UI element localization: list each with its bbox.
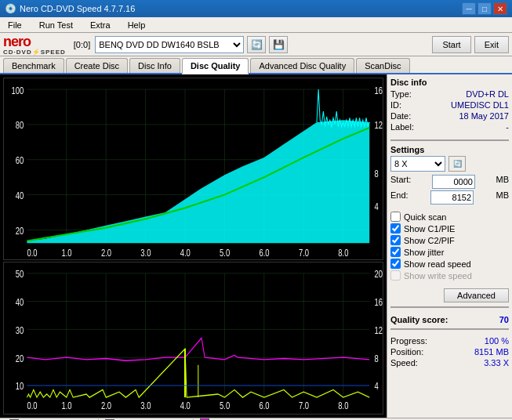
tab-advanced-disc-quality[interactable]: Advanced Disc Quality [250,58,354,73]
top-chart-svg: 100 80 60 40 20 16 12 8 4 [4,78,383,259]
svg-text:2.0: 2.0 [101,400,111,411]
toolbar: nero CD·DVD⚡SPEED [0:0] BENQ DVD DD DW16… [0,33,512,56]
show-c1-pie-checkbox[interactable] [390,223,401,234]
menu-help[interactable]: Help [123,19,151,31]
disc-label-value: - [506,122,509,132]
progress-label: Progress: [390,336,427,346]
show-jitter-label: Show jitter [404,248,444,257]
main-content: 100 80 60 40 20 16 12 8 4 [0,74,512,418]
nero-logo-text: nero [3,34,66,50]
svg-text:12: 12 [374,120,382,131]
bottom-chart-svg: 50 40 30 20 10 20 16 12 8 4 [4,262,383,414]
start-input[interactable] [432,175,475,189]
svg-text:0.0: 0.0 [27,400,37,411]
quick-scan-row: Quick scan [390,211,509,223]
svg-text:4.0: 4.0 [180,400,191,411]
show-read-speed-checkbox[interactable] [390,259,401,269]
svg-text:40: 40 [16,190,24,201]
show-c1-pie-row: Show C1/PIE [390,223,509,234]
minimize-button[interactable]: ─ [462,2,476,15]
nero-logo: nero CD·DVD⚡SPEED [3,34,66,56]
svg-text:3.0: 3.0 [140,248,151,259]
maximize-button[interactable]: □ [478,2,492,15]
disc-date-row: Date: 18 May 2017 [390,110,509,121]
app-title: Nero CD-DVD Speed 4.7.7.16 [20,4,135,13]
start-button[interactable]: Start [432,36,470,53]
svg-text:8.0: 8.0 [338,248,348,259]
end-row: End: MB [390,190,509,205]
svg-text:20: 20 [16,226,24,237]
speed-label: Speed: [390,358,418,368]
tab-disc-info[interactable]: Disc Info [129,58,180,73]
disc-type-value: DVD+R DL [466,89,509,99]
svg-text:8: 8 [374,168,378,179]
menu-extra[interactable]: Extra [85,19,115,31]
close-button[interactable]: ✕ [493,2,507,15]
end-input[interactable] [430,190,474,205]
show-c2-pif-row: Show C2/PIF [390,234,509,246]
svg-text:4: 4 [375,381,379,391]
pi-errors-group: PI Errors Average: 11.40 Maximum: 81 Tot… [3,418,99,421]
advanced-button[interactable]: Advanced [444,288,509,302]
speed-row: 8 X 🔄 [390,156,509,172]
start-row: Start: MB [390,174,509,190]
svg-text:4: 4 [374,201,378,212]
svg-text:80: 80 [16,120,24,131]
disc-date-label: Date: [390,111,411,121]
progress-row: Progress: 100 % [390,335,509,346]
nero-logo-sub: CD·DVD⚡SPEED [3,49,66,56]
tab-create-disc[interactable]: Create Disc [66,58,128,73]
quality-score-value: 70 [499,315,509,324]
svg-text:3.0: 3.0 [140,400,151,411]
position-value: 8151 MB [474,347,509,357]
pi-failures-group: PI Failures Average: 0.20 Maximum: 23 To… [99,418,194,421]
disc-label-label: Label: [390,122,414,132]
refresh-button[interactable]: 🔄 [247,36,266,53]
refresh-speed-button[interactable]: 🔄 [448,156,466,172]
settings-title: Settings [390,145,509,154]
tab-scan-disc[interactable]: ScanDisc [356,58,409,73]
show-write-speed-checkbox [390,270,401,281]
show-read-speed-label: Show read speed [404,259,471,269]
show-write-speed-row: Show write speed [390,270,509,281]
svg-text:8.0: 8.0 [338,400,348,411]
disc-id-label: ID: [390,100,401,110]
progress-value: 100 % [485,336,509,346]
disc-label-row: Label: - [390,121,509,132]
right-panel: Disc info Type: DVD+R DL ID: UMEDISC DL1… [387,74,512,418]
speed-select[interactable]: 8 X [390,156,445,172]
disc-date-value: 18 May 2017 [459,111,509,121]
show-c1-pie-label: Show C1/PIE [404,224,455,234]
disc-info-section: Disc info Type: DVD+R DL ID: UMEDISC DL1… [390,78,509,132]
disc-info-title: Disc info [390,78,509,87]
speed-value: 3.33 X [484,358,509,368]
title-bar-controls[interactable]: ─ □ ✕ [462,2,507,15]
quality-score-label: Quality score: [390,315,448,324]
menu-run-test[interactable]: Run Test [34,19,78,31]
disc-type-row: Type: DVD+R DL [390,89,509,100]
svg-text:8: 8 [375,353,379,364]
svg-text:50: 50 [16,269,24,279]
speed-row: Speed: 3.33 X [390,357,509,368]
save-button[interactable]: 💾 [269,36,288,53]
exit-button[interactable]: Exit [474,36,509,53]
menu-file[interactable]: File [3,19,27,31]
tab-benchmark[interactable]: Benchmark [3,58,64,73]
settings-section: Settings 8 X 🔄 Start: MB End: MB [390,145,509,205]
show-read-speed-row: Show read speed [390,258,509,270]
svg-text:60: 60 [16,155,24,166]
device-select[interactable]: BENQ DVD DD DW1640 BSLB [95,36,244,53]
quality-score-row: Quality score: 70 [390,315,509,324]
quick-scan-label: Quick scan [404,212,446,222]
position-row: Position: 8151 MB [390,346,509,357]
show-jitter-checkbox[interactable] [390,247,401,257]
quick-scan-checkbox[interactable] [390,212,401,222]
svg-text:40: 40 [16,297,24,307]
show-c2-pif-checkbox[interactable] [390,235,401,245]
app-icon: 💿 [5,3,16,14]
svg-text:2.0: 2.0 [101,248,111,259]
tab-disc-quality[interactable]: Disc Quality [182,58,249,74]
menu-bar: File Run Test Extra Help [0,17,512,33]
disc-type-label: Type: [390,89,412,99]
bottom-chart: 50 40 30 20 10 20 16 12 8 4 [3,262,383,415]
